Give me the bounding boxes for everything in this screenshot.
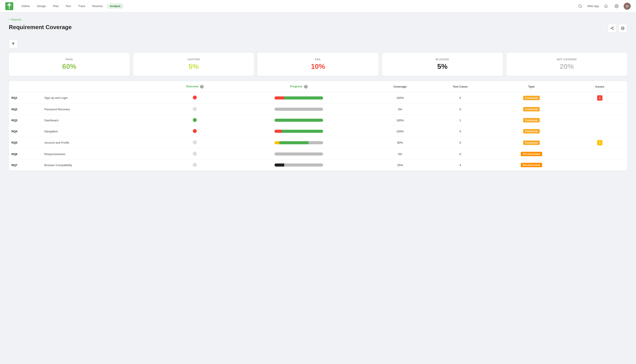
stat-not-covered-label: NOT COVERED [511, 58, 623, 61]
breadcrumb[interactable]: ‹ Reports [9, 18, 627, 21]
svg-line-9 [612, 27, 613, 28]
page-title: Requirement Coverage [9, 24, 72, 31]
type-badge: Functional [523, 140, 540, 145]
nav-menu: Define Design Plan Run Track Resolve Ana… [19, 3, 577, 9]
cell-rq: RQ6 [9, 148, 42, 160]
cell-type: Functional [490, 115, 573, 126]
progress-help-icon[interactable]: ? [304, 85, 308, 88]
outcome-dot [193, 152, 197, 156]
progress-segment [274, 141, 279, 144]
issue-badge: 1 [597, 140, 602, 146]
share-button[interactable] [608, 24, 616, 33]
cell-coverage: 100% [370, 115, 430, 126]
table-row[interactable]: RQ6 Responsiveness 0% 0 Non-functional [9, 148, 627, 160]
nav-item-resolve[interactable]: Resolve [89, 3, 106, 9]
toolbar-row: Requirement Coverage [9, 24, 627, 35]
svg-marker-11 [12, 43, 15, 45]
col-header-type: Type [490, 81, 573, 92]
cell-issues [572, 115, 627, 126]
nav-item-design[interactable]: Design [34, 3, 49, 9]
svg-point-7 [612, 29, 613, 30]
outcome-dot [193, 96, 197, 100]
nav-item-analyze[interactable]: Analyze [107, 3, 124, 9]
col-header-name [42, 81, 162, 92]
cell-progress [228, 104, 370, 115]
cell-coverage: 80% [370, 137, 430, 148]
filter-button[interactable] [9, 40, 18, 48]
progress-bar [274, 152, 323, 156]
cell-issues: 1 [572, 137, 627, 148]
nav-item-run[interactable]: Run [63, 3, 74, 9]
outcome-help-icon[interactable]: ? [200, 85, 204, 88]
issue-badge: 1 [597, 95, 602, 100]
table-body: RQ1 Sign-up and Login 100% 5 Functional … [9, 92, 627, 170]
search-button[interactable] [577, 3, 584, 10]
print-button[interactable] [618, 24, 627, 33]
nav-item-define[interactable]: Define [19, 3, 33, 9]
stat-blocked-value: 5% [387, 62, 498, 70]
stat-card-fail: FAIL 10% [257, 53, 378, 76]
cell-type: Functional [490, 126, 573, 137]
cell-type: Non-functional [490, 148, 573, 160]
requirements-table-card: Outcome ? Progress ? Coverage Test Cases… [9, 81, 627, 170]
cell-name: Navigation [42, 126, 162, 137]
nav-item-plan[interactable]: Plan [50, 3, 62, 9]
cell-outcome [162, 160, 228, 170]
cell-testcases: 0 [430, 104, 490, 115]
nav-item-track[interactable]: Track [75, 3, 88, 9]
svg-point-1 [9, 4, 10, 6]
cell-testcases: 5 [430, 137, 490, 148]
cell-type: Functional [490, 92, 573, 104]
progress-segment [274, 164, 284, 166]
type-badge: Functional [523, 107, 540, 112]
svg-point-2 [579, 5, 581, 7]
table-row[interactable]: RQ5 Account and Profile 80% 5 Functional… [9, 137, 627, 148]
col-header-progress: Progress ? [228, 81, 370, 92]
cell-name: Sign-up and Login [42, 92, 162, 104]
app-logo[interactable] [5, 2, 13, 10]
type-badge: Functional [523, 96, 540, 100]
stat-card-caution: CAUTION 5% [133, 53, 254, 76]
cell-testcases: 0 [430, 148, 490, 160]
table-row[interactable]: RQ7 Browser Compatibility 25% 4 Non-func… [9, 160, 627, 170]
outcome-dot [193, 129, 197, 133]
outcome-dot [193, 107, 197, 111]
cell-progress [228, 160, 370, 170]
svg-line-3 [581, 7, 582, 8]
cell-progress [228, 115, 370, 126]
context-label: Web App [587, 4, 599, 8]
progress-segment [274, 108, 323, 111]
stat-fail-value: 10% [262, 62, 374, 70]
page-content: ‹ Reports Requirement Coverage PASS 60% … [0, 12, 636, 176]
notifications-button[interactable] [602, 3, 609, 10]
cell-name: Password Recovery [42, 104, 162, 115]
progress-segment [274, 130, 282, 133]
user-avatar[interactable]: U [624, 3, 631, 10]
svg-point-4 [616, 6, 617, 6]
stat-caution-label: CAUTION [138, 58, 249, 61]
cell-issues [572, 148, 627, 160]
stat-pass-label: PASS [13, 58, 125, 61]
progress-bar [274, 141, 323, 144]
cell-rq: RQ5 [9, 137, 42, 148]
cell-type: Functional [490, 104, 573, 115]
requirements-table: Outcome ? Progress ? Coverage Test Cases… [9, 81, 627, 170]
cell-outcome [162, 126, 228, 137]
table-row[interactable]: RQ4 Navigation 100% 5 Functional [9, 126, 627, 137]
stat-blocked-label: BLOCKED [387, 58, 498, 61]
settings-button[interactable] [613, 3, 620, 10]
stat-not-covered-value: 20% [511, 62, 623, 70]
outcome-dot [193, 163, 197, 167]
cell-coverage: 25% [370, 160, 430, 170]
cell-testcases: 1 [430, 115, 490, 126]
table-row[interactable]: RQ3 Dashboard 100% 1 Functional [9, 115, 627, 126]
cell-outcome [162, 104, 228, 115]
progress-segment [279, 141, 308, 144]
table-row[interactable]: RQ2 Password Recovery 0% 0 Functional [9, 104, 627, 115]
table-row[interactable]: RQ1 Sign-up and Login 100% 5 Functional … [9, 92, 627, 104]
cell-progress [228, 92, 370, 104]
cell-outcome [162, 148, 228, 160]
cell-progress [228, 137, 370, 148]
progress-segment [308, 141, 323, 144]
cell-name: Browser Compatibility [42, 160, 162, 170]
